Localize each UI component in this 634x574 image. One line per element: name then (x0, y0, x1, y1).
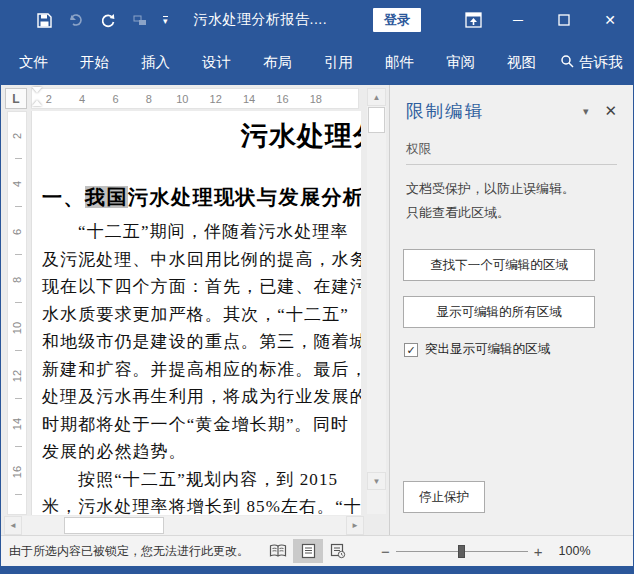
horizontal-ruler[interactable]: 2 4 6 8 10 12 14 16 18 (31, 88, 359, 109)
panel-title: 限制编辑 (406, 99, 484, 123)
ruler-number: 10 (7, 319, 27, 337)
ruler-number: 10 (166, 89, 199, 108)
print-layout-icon[interactable] (293, 539, 323, 563)
ruler-number: 12 (199, 89, 232, 108)
first-line-indent-marker[interactable] (32, 87, 42, 93)
close-button[interactable]: ✕ (587, 1, 633, 39)
web-layout-icon[interactable] (323, 539, 353, 563)
sign-in-button[interactable]: 登录 (373, 8, 421, 32)
tab-stop-selector[interactable]: L (5, 88, 27, 109)
zoom-slider-thumb[interactable] (458, 545, 465, 558)
body-line: 现在以下四个方面：首先，已建、在建污 (42, 273, 361, 301)
customize-qat-caret-icon[interactable]: ▾ (163, 16, 168, 25)
document-heading: 一、我国污水处理现状与发展分析 (42, 180, 361, 214)
hanging-indent-marker[interactable] (32, 100, 42, 106)
tab-mailings[interactable]: 邮件 (375, 47, 424, 78)
panel-close-icon[interactable]: ✕ (602, 102, 619, 120)
horizontal-scrollbar-thumb[interactable] (64, 517, 164, 534)
highlight-editable-regions-row[interactable]: ✓ 突出显示可编辑的区域 (404, 341, 550, 358)
tab-insert[interactable]: 插入 (131, 47, 180, 78)
ruler-number: 16 (7, 463, 27, 481)
permissions-section-label: 权限 (406, 141, 617, 165)
ruler-number: 6 (7, 223, 27, 241)
ruler-number: 8 (7, 271, 27, 289)
vertical-ruler[interactable]: 2 4 6 8 10 12 14 16 18 (7, 111, 27, 515)
highlight-editable-label: 突出显示可编辑的区域 (425, 341, 550, 358)
heading-rest: 污水处理现状与发展分析 (128, 186, 361, 208)
body-line: 水水质要求更加严格。其次，“十二五” (42, 301, 361, 329)
ribbon-tab-bar: 文件 开始 插入 设计 布局 引用 邮件 审阅 视图 告诉我 共享 (1, 39, 633, 85)
touch-mode-icon (131, 11, 149, 29)
ruler-number: 4 (7, 175, 27, 193)
zoom-slider[interactable] (396, 551, 528, 552)
protection-message-line2: 只能查看此区域。 (406, 201, 617, 225)
window-title: 污水处理分析报告.... (194, 11, 328, 29)
zoom-out-button[interactable]: − (375, 543, 396, 560)
find-next-editable-region-button[interactable]: 查找下一个可编辑的区域 (403, 249, 595, 281)
scroll-right-icon[interactable]: ► (346, 516, 364, 535)
scroll-up-icon[interactable]: ▲ (367, 88, 386, 106)
status-bar: 由于所选内容已被锁定，您无法进行此更改。 − + 100% (1, 535, 633, 566)
protection-message: 文档受保护，以防止误编辑。 只能查看此区域。 (406, 177, 617, 225)
highlight-editable-checkbox[interactable]: ✓ (404, 343, 418, 357)
tab-review[interactable]: 审阅 (436, 47, 485, 78)
search-icon (560, 54, 574, 71)
redo-icon[interactable] (99, 11, 117, 29)
read-mode-icon[interactable] (263, 539, 293, 563)
ruler-number: 12 (7, 367, 27, 385)
ruler-number: 2 (7, 127, 27, 145)
heading-prefix: 一、 (42, 186, 85, 208)
indent-markers[interactable] (31, 85, 43, 112)
vertical-scrollbar-thumb[interactable] (368, 107, 385, 133)
scroll-left-icon[interactable]: ◄ (4, 516, 22, 535)
document-title: 污水处理分析报告 (42, 114, 361, 160)
save-icon[interactable] (35, 11, 53, 29)
body-line: “十二五”期间，伴随着污水处理率 (42, 218, 361, 246)
body-line: 处理及污水再生利用，将成为行业发展的 (42, 383, 361, 411)
tab-layout[interactable]: 布局 (253, 47, 302, 78)
ruler-number: 6 (99, 89, 132, 108)
body-line: 按照“十二五”规划内容，到 2015 (42, 466, 361, 494)
document-page[interactable]: 污水处理分析报告 一、我国污水处理现状与发展分析 “十二五”期间，伴随着污水处理… (31, 111, 361, 515)
ribbon-display-options-icon[interactable] (451, 1, 495, 39)
show-all-editable-regions-button[interactable]: 显示可编辑的所有区域 (403, 296, 595, 328)
stop-protection-button[interactable]: 停止保护 (403, 481, 485, 513)
window-bottom-edge (1, 566, 633, 573)
zoom-percentage[interactable]: 100% (559, 544, 603, 558)
ruler-number: 4 (65, 89, 98, 108)
ruler-number: 18 (299, 89, 332, 108)
ruler-number: 14 (232, 89, 265, 108)
panel-options-caret-icon[interactable]: ▾ (569, 105, 603, 118)
horizontal-scrollbar[interactable]: ◄ ► (4, 516, 364, 535)
word-window: ▾ 污水处理分析报告.... 登录 ─ ✕ 文件 开始 插入 设计 布局 引用 … (0, 0, 634, 574)
body-line: 和地级市仍是建设的重点。第三，随着城 (42, 328, 361, 356)
selected-text: 我国 (85, 186, 128, 208)
ruler-number: 8 (132, 89, 165, 108)
vertical-scrollbar[interactable]: ▲ ▼ (367, 88, 386, 514)
body-line: 发展的必然趋势。 (42, 438, 361, 466)
tab-file[interactable]: 文件 (9, 47, 58, 78)
body-line: 新建和扩容。并提高相应的标准。最后， (42, 356, 361, 384)
ruler-number: 16 (266, 89, 299, 108)
document-area: L 2 4 6 8 10 12 14 16 18 2 4 6 8 (1, 85, 389, 537)
status-message: 由于所选内容已被锁定，您无法进行此更改。 (9, 543, 249, 560)
undo-icon (67, 11, 85, 29)
ruler-number: 18 (7, 511, 27, 515)
tell-me-box[interactable]: 告诉我 (560, 53, 623, 72)
tab-view[interactable]: 视图 (497, 47, 546, 78)
maximize-button[interactable] (541, 1, 587, 39)
body-line: 及污泥处理、中水回用比例的提高，水务 (42, 246, 361, 274)
title-bar: ▾ 污水处理分析报告.... 登录 ─ ✕ (1, 1, 633, 39)
scroll-down-icon[interactable]: ▼ (367, 472, 386, 490)
tab-references[interactable]: 引用 (314, 47, 363, 78)
tell-me-label: 告诉我 (579, 53, 623, 72)
main-area: L 2 4 6 8 10 12 14 16 18 2 4 6 8 (1, 85, 633, 537)
ruler-number: 14 (7, 415, 27, 433)
minimize-button[interactable]: ─ (495, 1, 541, 39)
view-shortcuts (263, 539, 353, 563)
protection-message-line1: 文档受保护，以防止误编辑。 (406, 177, 617, 201)
tab-design[interactable]: 设计 (192, 47, 241, 78)
zoom-in-button[interactable]: + (528, 543, 549, 560)
quick-access-toolbar: ▾ (35, 11, 168, 29)
tab-home[interactable]: 开始 (70, 47, 119, 78)
